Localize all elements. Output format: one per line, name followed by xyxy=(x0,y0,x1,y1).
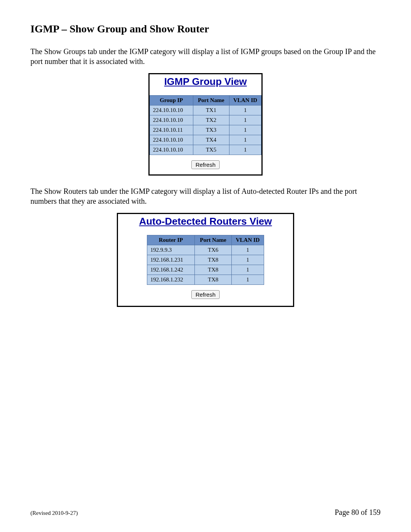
cell-vlan-id: 1 xyxy=(232,245,264,255)
cell-router-ip: 192.168.1.242 xyxy=(147,265,195,275)
table-row: 192.168.1.231 TX8 1 xyxy=(147,255,264,265)
igmp-group-view-panel: IGMP Group View Group IP Port Name VLAN … xyxy=(148,73,263,176)
refresh-button[interactable]: Refresh xyxy=(191,290,220,299)
table-row: 192.9.9.3 TX6 1 xyxy=(147,245,264,255)
cell-router-ip: 192.168.1.231 xyxy=(147,255,195,265)
cell-group-ip: 224.10.10.10 xyxy=(150,105,193,115)
cell-port-name: TX1 xyxy=(193,105,229,115)
col-header-group-ip: Group IP xyxy=(150,96,193,105)
table-row: 224.10.10.11 TX3 1 xyxy=(150,125,261,135)
igmp-group-view-title: IGMP Group View xyxy=(150,76,261,88)
cell-group-ip: 224.10.10.10 xyxy=(150,145,193,155)
cell-vlan-id: 1 xyxy=(232,255,264,265)
table-row: 192.168.1.232 TX8 1 xyxy=(147,275,264,285)
col-header-vlan-id: VLAN ID xyxy=(232,235,264,245)
cell-port-name: TX3 xyxy=(193,125,229,135)
cell-group-ip: 224.10.10.10 xyxy=(150,115,193,125)
cell-vlan-id: 1 xyxy=(229,105,261,115)
revised-date: (Revised 2010-9-27) xyxy=(30,510,78,516)
cell-port-name: TX4 xyxy=(193,135,229,145)
section-title: IGMP – Show Group and Show Router xyxy=(30,23,381,35)
cell-group-ip: 224.10.10.10 xyxy=(150,135,193,145)
table-row: 192.168.1.242 TX8 1 xyxy=(147,265,264,275)
cell-router-ip: 192.9.9.3 xyxy=(147,245,195,255)
intro-paragraph-1: The Show Groups tab under the IGMP categ… xyxy=(30,46,381,66)
auto-detected-routers-title: Auto-Detected Routers View xyxy=(118,216,293,227)
cell-port-name: TX5 xyxy=(193,145,229,155)
col-header-router-ip: Router IP xyxy=(147,235,195,245)
cell-port-name: TX8 xyxy=(195,265,232,275)
cell-vlan-id: 1 xyxy=(229,115,261,125)
cell-vlan-id: 1 xyxy=(232,265,264,275)
cell-router-ip: 192.168.1.232 xyxy=(147,275,195,285)
auto-detected-routers-panel: Auto-Detected Routers View Router IP Por… xyxy=(117,213,294,307)
routers-table: Router IP Port Name VLAN ID 192.9.9.3 TX… xyxy=(147,235,264,285)
table-row: 224.10.10.10 TX2 1 xyxy=(150,115,261,125)
refresh-button[interactable]: Refresh xyxy=(191,160,220,169)
igmp-group-table: Group IP Port Name VLAN ID 224.10.10.10 … xyxy=(150,95,261,155)
page-number: Page 80 of 159 xyxy=(335,508,381,517)
intro-paragraph-2: The Show Routers tab under the IGMP cate… xyxy=(30,186,381,206)
cell-vlan-id: 1 xyxy=(232,275,264,285)
cell-port-name: TX2 xyxy=(193,115,229,125)
cell-vlan-id: 1 xyxy=(229,145,261,155)
cell-vlan-id: 1 xyxy=(229,135,261,145)
cell-port-name: TX8 xyxy=(195,255,232,265)
cell-group-ip: 224.10.10.11 xyxy=(150,125,193,135)
col-header-vlan-id: VLAN ID xyxy=(229,96,261,105)
cell-port-name: TX8 xyxy=(195,275,232,285)
cell-port-name: TX6 xyxy=(195,245,232,255)
table-row: 224.10.10.10 TX1 1 xyxy=(150,105,261,115)
table-row: 224.10.10.10 TX5 1 xyxy=(150,145,261,155)
col-header-port-name: Port Name xyxy=(193,96,229,105)
cell-vlan-id: 1 xyxy=(229,125,261,135)
page-footer: (Revised 2010-9-27) Page 80 of 159 xyxy=(30,508,381,517)
col-header-port-name: Port Name xyxy=(195,235,232,245)
table-row: 224.10.10.10 TX4 1 xyxy=(150,135,261,145)
